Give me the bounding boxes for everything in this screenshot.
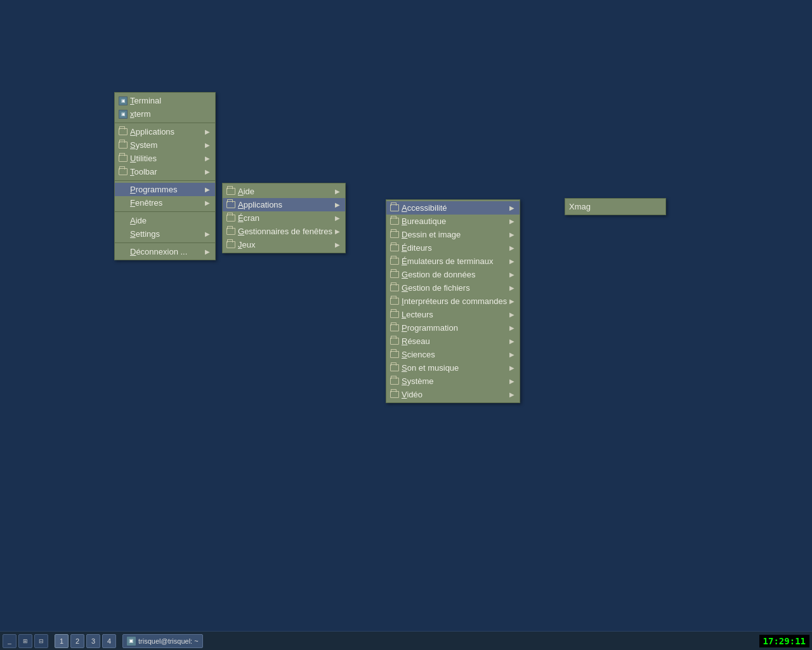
taskbar: _ ⊞ ⊟ 1 2 3 4 ▣ trisquel@trisquel: ~ 17:… [0, 631, 812, 650]
menu-item-l3-video[interactable]: Vidéo ▶ [386, 388, 520, 401]
menu-item-l3-interpreteurs[interactable]: Interpréteurs de commandes ▶ [386, 295, 520, 308]
l3-son-folder-icon [390, 364, 399, 373]
menu-item-xterm[interactable]: ▣ xterm [115, 107, 215, 121]
menu-item-l2-aide-label: Aide [238, 187, 254, 196]
menu-item-fenetres-label: Fenêtres [130, 198, 162, 208]
context-menu-level2: Aide ▶ Applications ▶ Écran ▶ Gestionnai… [222, 183, 346, 253]
menu-item-l3-bureautique[interactable]: Bureautique ▶ [386, 215, 520, 228]
menu-item-l3-programmation[interactable]: Programmation ▶ [386, 321, 520, 335]
context-menu-level3: Accessibilité ▶ Bureautique ▶ Dessin et … [386, 199, 520, 403]
taskbar-window-title: trisquel@trisquel: ~ [138, 637, 199, 645]
menu-item-toolbar-label: Toolbar [130, 167, 157, 176]
l2-jeux-folder-icon [226, 241, 235, 249]
l3-programmation-folder-icon [390, 324, 399, 333]
applications-arrow: ▶ [205, 128, 210, 135]
menu-item-aide[interactable]: Aide [115, 214, 215, 227]
workspace-4-btn[interactable]: 4 [102, 634, 116, 648]
workspace-2-btn[interactable]: 2 [70, 634, 84, 648]
menu-item-l3-gestion-donnees-label: Gestion de données [402, 270, 475, 279]
menu-item-utilities[interactable]: Utilities ▶ [115, 152, 215, 165]
menu-item-l3-son[interactable]: Son et musique ▶ [386, 361, 520, 375]
l3-systeme-folder-icon [390, 377, 399, 386]
menu-item-l3-systeme[interactable]: Système ▶ [386, 375, 520, 388]
menu-item-l3-lecteurs[interactable]: Lecteurs ▶ [386, 308, 520, 321]
menu-item-l3-gestion-fichiers-label: Gestion de fichiers [402, 283, 470, 293]
menu-item-l3-programmation-label: Programmation [402, 323, 458, 333]
l2-applications-folder-icon [226, 201, 235, 209]
menu-item-applications[interactable]: Applications ▶ [115, 125, 215, 138]
menu-item-system[interactable]: System ▶ [115, 138, 215, 152]
menu-item-deconnexion[interactable]: Déconnexion ... ▶ [115, 245, 215, 258]
menu-item-applications-label: Applications [130, 127, 174, 136]
menu-item-l3-reseau-label: Réseau [402, 336, 430, 346]
deconnexion-arrow: ▶ [205, 248, 210, 255]
settings-arrow: ▶ [205, 230, 210, 237]
xterm-icon: ▣ [119, 110, 128, 119]
menu-item-l3-accessibilite[interactable]: Accessibilité ▶ [386, 201, 520, 215]
menu-item-l2-jeux-label: Jeux [238, 240, 255, 249]
menu-item-l3-reseau[interactable]: Réseau ▶ [386, 335, 520, 348]
menu-item-utilities-label: Utilities [130, 154, 157, 163]
menu-item-l3-emulateurs[interactable]: Émulateurs de terminaux ▶ [386, 255, 520, 268]
menu-item-l3-dessin[interactable]: Dessin et image ▶ [386, 228, 520, 241]
menu-item-l2-ecran[interactable]: Écran ▶ [223, 211, 345, 225]
taskbar-left: _ ⊞ ⊟ 1 2 3 4 ▣ trisquel@trisquel: ~ [3, 634, 203, 648]
l3-video-folder-icon [390, 390, 399, 399]
l3-accessibilite-folder-icon [390, 204, 399, 213]
menu-item-l2-jeux[interactable]: Jeux ▶ [223, 238, 345, 251]
separator2 [115, 180, 215, 181]
menu-item-settings-label: Settings [130, 229, 160, 239]
fenetres-icon [119, 199, 128, 208]
taskbar-minimize-btn[interactable]: _ [3, 634, 16, 648]
l3-reseau-arrow: ▶ [509, 338, 514, 345]
menu-item-toolbar[interactable]: Toolbar ▶ [115, 165, 215, 178]
l3-accessibilite-arrow: ▶ [509, 204, 514, 211]
context-menu-level4: Xmag [565, 198, 666, 215]
aide-icon [119, 216, 128, 225]
separator4 [115, 242, 215, 243]
menu-item-l3-gestion-donnees[interactable]: Gestion de données ▶ [386, 268, 520, 281]
l3-editeurs-folder-icon [390, 244, 399, 253]
menu-item-settings[interactable]: Settings ▶ [115, 227, 215, 241]
taskbar-btn3[interactable]: ⊟ [34, 634, 48, 648]
l2-applications-arrow: ▶ [335, 201, 340, 208]
applications-folder-icon [119, 128, 128, 136]
menu-item-programmes[interactable]: Programmes ▶ [115, 183, 215, 196]
deconnexion-icon [119, 248, 128, 256]
menu-item-l3-editeurs[interactable]: Éditeurs ▶ [386, 241, 520, 255]
menu-item-l2-applications[interactable]: Applications ▶ [223, 198, 345, 211]
menu-item-xmag[interactable]: Xmag [565, 200, 665, 213]
workspace-1-btn[interactable]: 1 [55, 634, 69, 648]
menu-item-l3-dessin-label: Dessin et image [402, 230, 461, 239]
taskbar-window-icon: ▣ [127, 637, 136, 646]
l3-dessin-folder-icon [390, 230, 399, 239]
taskbar-window-terminal[interactable]: ▣ trisquel@trisquel: ~ [122, 634, 203, 648]
l3-emulateurs-arrow: ▶ [509, 258, 514, 265]
menu-item-l2-aide[interactable]: Aide ▶ [223, 185, 345, 198]
system-folder-icon [119, 141, 128, 150]
l3-reseau-folder-icon [390, 337, 399, 346]
l2-aide-arrow: ▶ [335, 188, 340, 195]
menu-item-l2-gestionnaires[interactable]: Gestionnaires de fenêtres ▶ [223, 225, 345, 238]
separator3 [115, 211, 215, 212]
menu-item-terminal[interactable]: ▣ Terminal [115, 94, 215, 107]
utilities-arrow: ▶ [205, 155, 210, 162]
taskbar-btn2[interactable]: ⊞ [18, 634, 32, 648]
l2-gestionnaires-arrow: ▶ [335, 228, 340, 235]
menu-item-l3-bureautique-label: Bureautique [402, 216, 446, 226]
l2-aide-folder-icon [226, 187, 235, 196]
l3-editeurs-arrow: ▶ [509, 244, 514, 251]
workspace-3-btn[interactable]: 3 [86, 634, 100, 648]
menu-item-xmag-label: Xmag [569, 202, 591, 211]
l3-son-arrow: ▶ [509, 364, 514, 371]
toolbar-folder-icon [119, 168, 128, 176]
settings-icon [119, 230, 128, 239]
l3-interpreteurs-arrow: ▶ [509, 298, 514, 305]
menu-item-l3-sciences[interactable]: Sciences ▶ [386, 348, 520, 361]
menu-item-fenetres[interactable]: Fenêtres ▶ [115, 196, 215, 209]
menu-item-l3-gestion-fichiers[interactable]: Gestion de fichiers ▶ [386, 281, 520, 295]
menu-item-system-label: System [130, 140, 157, 150]
l3-gestion-fichiers-folder-icon [390, 284, 399, 293]
menu-item-l2-gestionnaires-label: Gestionnaires de fenêtres [238, 227, 332, 236]
l3-lecteurs-folder-icon [390, 310, 399, 319]
